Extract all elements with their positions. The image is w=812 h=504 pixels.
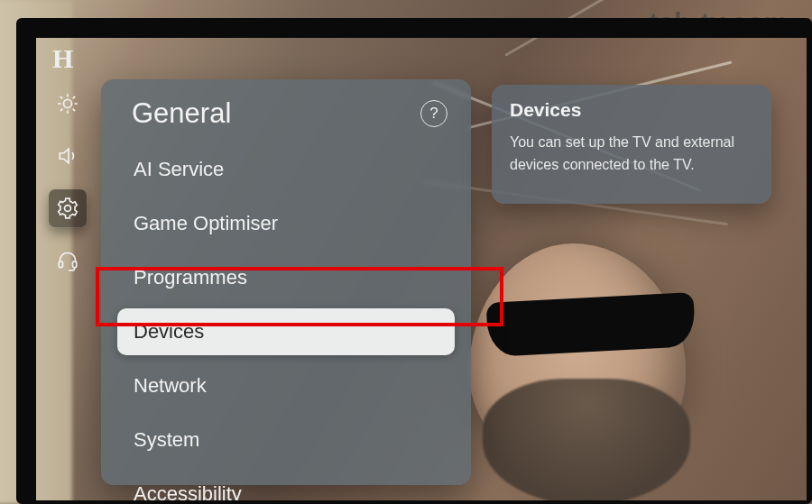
svg-line-7 <box>60 109 62 111</box>
menu-item-system[interactable]: System <box>117 417 455 463</box>
svg-rect-10 <box>59 261 62 268</box>
help-icon: ? <box>429 105 438 123</box>
rail-support-button[interactable] <box>49 242 87 279</box>
menu-item-programmes[interactable]: Programmes <box>117 254 455 301</box>
channel-logo: H <box>52 43 73 74</box>
settings-icon-rail <box>45 79 90 285</box>
context-help-title: Devices <box>510 99 753 121</box>
context-help-body: You can set up the TV and external devic… <box>510 132 753 177</box>
volume-icon <box>56 144 79 168</box>
gear-icon <box>56 197 79 220</box>
rail-picture-button[interactable] <box>49 85 87 123</box>
watermark-text: tab-tv.com <box>650 7 789 38</box>
panel-title: General <box>132 97 231 130</box>
brightness-icon <box>56 92 79 115</box>
menu-item-game-optimiser[interactable]: Game Optimiser <box>117 200 455 247</box>
menu-item-network[interactable]: Network <box>117 362 455 409</box>
general-settings-panel: General ? AI Service Game Optimiser Prog… <box>101 79 471 485</box>
settings-menu: AI Service Game Optimiser Programmes Dev… <box>101 146 471 504</box>
svg-rect-11 <box>72 261 76 268</box>
menu-item-accessibility[interactable]: Accessibility <box>117 471 455 504</box>
headset-icon <box>56 249 79 272</box>
svg-line-5 <box>60 96 62 98</box>
context-help-card: Devices You can set up the TV and extern… <box>492 85 771 204</box>
menu-item-devices[interactable]: Devices <box>117 308 455 355</box>
help-button[interactable]: ? <box>420 100 448 127</box>
rail-sound-button[interactable] <box>49 137 87 175</box>
rail-general-button[interactable] <box>49 189 87 227</box>
svg-point-9 <box>65 206 71 212</box>
menu-item-ai-service[interactable]: AI Service <box>117 146 455 193</box>
svg-line-6 <box>73 109 75 111</box>
svg-point-0 <box>63 99 71 107</box>
svg-line-8 <box>73 96 75 98</box>
